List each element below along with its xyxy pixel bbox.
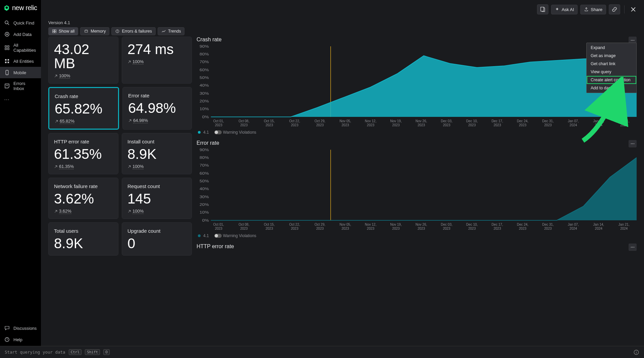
svg-point-51	[634, 143, 634, 144]
chip-show-all[interactable]: Show all	[48, 27, 78, 35]
arrow-up-right-icon	[127, 60, 131, 64]
search-icon	[4, 20, 10, 26]
content: 43.02 MB 100% 274 ms 100% Crash rat	[41, 37, 644, 358]
sidebar-item-all-entities[interactable]: All Entities	[0, 55, 41, 67]
card-total-users[interactable]: Total users 8.9K	[48, 222, 118, 256]
metric-value: 145	[127, 192, 186, 206]
topbar-separator	[624, 5, 625, 13]
mobile-icon	[4, 70, 10, 76]
sidebar-item-help[interactable]: ? Help	[0, 334, 41, 345]
sidebar-more[interactable]: ⋯	[0, 94, 41, 105]
charts-column: Crash rate 0%10%20%30%40%50%60%70%80%90%…	[197, 37, 637, 354]
more-horizontal-icon	[630, 141, 635, 146]
grid-icon	[4, 45, 10, 51]
chip-errors-failures[interactable]: Errors & failures	[111, 27, 156, 35]
sidebar-item-mobile[interactable]: Mobile	[0, 67, 41, 78]
svg-text:50%: 50%	[200, 179, 209, 183]
ctx-get-chart-link[interactable]: Get chart link	[587, 60, 636, 68]
chip-trends[interactable]: Trends	[158, 27, 184, 35]
svg-rect-10	[8, 59, 9, 61]
card-memory-ms[interactable]: 274 ms 100%	[122, 37, 192, 84]
chip-memory[interactable]: Memory	[80, 27, 109, 35]
svg-point-65	[634, 247, 634, 248]
svg-text:70%: 70%	[200, 60, 209, 64]
legend-item[interactable]: 4.1	[198, 233, 209, 238]
metric-delta: 65.82%	[55, 119, 113, 124]
metric-value: 43.02 MB	[54, 42, 113, 71]
legend-warning-toggle[interactable]: Warning Violations	[214, 130, 256, 135]
chart-menu-button[interactable]	[629, 243, 637, 251]
query-bar[interactable]: Start querying your data Ctrl Shift O	[0, 346, 644, 358]
sidebar-item-all-capabilities[interactable]: All Capabilities	[0, 40, 41, 55]
svg-text:40%: 40%	[200, 187, 209, 191]
card-install-count[interactable]: Install count 8.9K 100%	[122, 133, 192, 174]
svg-text:60%: 60%	[200, 171, 209, 175]
card-upgrade-count[interactable]: Upgrade count 0	[122, 222, 192, 256]
chart-canvas[interactable]: 0%10%20%30%40%50%60%70%80%90%	[197, 148, 637, 222]
sparkle-icon	[555, 7, 559, 12]
sidebar: new relic Quick Find Add Data All Capabi…	[0, 0, 41, 358]
svg-rect-9	[5, 59, 7, 61]
ctx-expand[interactable]: Expand	[587, 44, 636, 52]
metric-title: Network failure rate	[54, 183, 113, 189]
card-network-failure-rate[interactable]: Network failure rate 3.62% 3.62%	[48, 178, 118, 219]
metric-title: Request count	[127, 183, 186, 189]
notes-icon	[540, 6, 546, 12]
sidebar-item-quick-find[interactable]: Quick Find	[0, 17, 41, 29]
ctx-add-to-dashboard[interactable]: Add to dashboard	[587, 84, 636, 92]
sidebar-item-label: Discussions	[13, 326, 37, 331]
sidebar-item-label: Quick Find	[13, 20, 34, 26]
svg-rect-28	[85, 30, 88, 32]
plus-circle-icon	[4, 31, 10, 37]
metric-value: 0	[127, 236, 186, 251]
chart-x-axis: Oct 01,2023Oct 08,2023Oct 15,2023Oct 22,…	[197, 119, 637, 127]
sidebar-item-discussions[interactable]: Discussions	[0, 322, 41, 334]
sidebar-item-errors-inbox[interactable]: Errors Inbox	[0, 78, 41, 94]
svg-point-0	[5, 21, 8, 24]
metric-title: Install count	[127, 139, 186, 144]
svg-rect-5	[5, 46, 7, 47]
metric-value: 61.35%	[54, 147, 113, 161]
entities-icon	[4, 58, 10, 64]
svg-text:0%: 0%	[202, 115, 209, 119]
ctx-get-as-image[interactable]: Get as image	[587, 52, 636, 60]
ctx-create-alert-condition[interactable]: Create alert condition	[587, 76, 636, 84]
card-error-rate[interactable]: Error rate 64.98% 64.98%	[122, 87, 192, 130]
arrow-up-right-icon	[54, 165, 58, 169]
metric-title: HTTP error rate	[54, 139, 113, 144]
arrow-up-right-icon	[55, 120, 58, 123]
notes-button[interactable]	[537, 4, 548, 14]
ctx-view-query[interactable]: View query	[587, 68, 636, 76]
share-button[interactable]: Share	[580, 5, 606, 14]
permalink-button[interactable]	[609, 4, 620, 14]
close-button[interactable]	[629, 5, 638, 14]
ask-ai-button[interactable]: Ask AI	[551, 5, 578, 14]
toolbar: Show all Memory Errors & failures Trends	[41, 25, 644, 37]
info-button[interactable]	[633, 349, 639, 355]
svg-point-37	[634, 40, 634, 41]
toggle-icon	[214, 130, 222, 134]
chart-x-axis: Oct 01,2023Oct 08,2023Oct 15,2023Oct 22,…	[197, 223, 637, 231]
arrow-up-right-icon	[54, 74, 58, 78]
svg-point-64	[632, 247, 633, 248]
metric-delta: 100%	[127, 209, 186, 214]
svg-rect-6	[8, 46, 9, 47]
card-memory-size[interactable]: 43.02 MB 100%	[48, 37, 118, 84]
svg-point-36	[632, 40, 633, 41]
svg-point-14	[7, 74, 7, 75]
main: Ask AI Share Version 4.1 Show all Memory…	[41, 0, 644, 358]
svg-text:80%: 80%	[200, 155, 209, 160]
card-request-count[interactable]: Request count 145 100%	[122, 178, 192, 219]
legend-item[interactable]: 4.1	[198, 130, 209, 135]
chart-menu-button[interactable]	[629, 140, 637, 147]
legend-warning-toggle[interactable]: Warning Violations	[214, 233, 256, 238]
chart-canvas[interactable]: 0%10%20%30%40%50%60%70%80%90%	[197, 45, 637, 119]
metric-title: Crash rate	[55, 93, 113, 99]
chart-title: HTTP error rate	[197, 243, 637, 250]
sidebar-item-add-data[interactable]: Add Data	[0, 29, 41, 40]
card-http-error-rate[interactable]: HTTP error rate 61.35% 61.35%	[48, 133, 118, 174]
metric-title: Total users	[54, 228, 113, 234]
chart-title: Crash rate	[197, 37, 637, 43]
card-crash-rate[interactable]: Crash rate 65.82% 65.82%	[48, 87, 119, 130]
svg-text:20%: 20%	[200, 99, 209, 103]
